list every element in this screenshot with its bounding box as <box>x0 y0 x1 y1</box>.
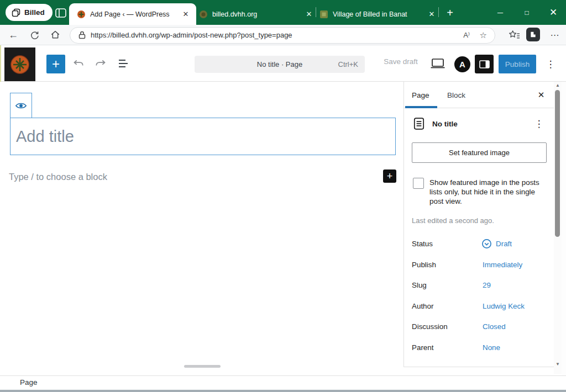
site-icon-button[interactable] <box>4 47 35 81</box>
window-maximize-button[interactable]: □ <box>515 0 538 25</box>
title-placeholder: Add title <box>16 128 74 146</box>
tab-title: billed.dvhh.org <box>212 10 300 18</box>
tab-title: Add Page ‹ — WordPress <box>90 10 176 18</box>
workspace-name: Billed <box>24 8 45 17</box>
page-actions-icon[interactable]: ⋮ <box>532 117 546 130</box>
home-button[interactable] <box>46 25 64 45</box>
tab-actions-icon[interactable] <box>55 7 67 19</box>
field-label: Publish <box>412 261 436 269</box>
scrollbar-thumb[interactable] <box>555 90 560 237</box>
tab-billed-site[interactable]: billed.dvhh.org ✕ <box>199 3 314 25</box>
add-block-button[interactable]: + <box>383 169 396 183</box>
scrollbar-down-arrow[interactable]: ▼ <box>555 362 560 367</box>
field-row-status: Status Draft <box>412 239 550 250</box>
browser-menu-icon[interactable]: ⋯ <box>547 27 563 43</box>
undo-icon[interactable] <box>72 57 85 70</box>
resize-drag-handle[interactable] <box>184 365 221 368</box>
featured-image-checkbox-label: Show featured image in the posts lists o… <box>429 178 549 206</box>
extension-icon[interactable] <box>526 28 540 41</box>
page-title-block[interactable]: Add title <box>10 118 396 155</box>
command-center-button[interactable]: No title · Page Ctrl+K <box>195 56 365 73</box>
settings-panel-toggle[interactable] <box>475 55 494 73</box>
back-button[interactable]: ← <box>4 25 22 45</box>
url-field[interactable]: https://billed.dvhh.org/wp-admin/post-ne… <box>70 27 495 44</box>
tab-village-of-billed[interactable]: Village of Billed in Banat ✕ <box>319 3 437 25</box>
site-logo <box>9 54 31 76</box>
editor-footer <box>0 375 566 390</box>
last-edited-text: Last edited a second ago. <box>412 216 494 225</box>
new-tab-button[interactable]: + <box>442 5 458 20</box>
page-summary-title: No title <box>432 120 458 128</box>
tab-close-icon[interactable]: ✕ <box>304 10 314 18</box>
village-site-favicon <box>319 10 328 19</box>
window-close-button[interactable]: ✕ <box>542 0 565 25</box>
tab-block-settings[interactable]: Block <box>447 82 465 108</box>
redo-icon[interactable] <box>94 57 107 70</box>
eye-icon <box>15 102 27 110</box>
field-label: Status <box>412 240 433 248</box>
draft-status-icon[interactable] <box>481 239 492 249</box>
billed-site-favicon <box>199 10 208 19</box>
field-row-slug: Slug 29 <box>412 280 550 291</box>
page-summary-icon <box>413 117 425 130</box>
field-value[interactable]: Closed <box>483 322 506 331</box>
featured-image-checkbox[interactable] <box>413 178 424 189</box>
field-label: Discussion <box>412 322 448 331</box>
preview-icon[interactable] <box>431 57 445 70</box>
field-label: Author <box>412 302 433 310</box>
window-right-gutter <box>562 82 566 375</box>
plugin-a-icon[interactable]: A <box>454 56 470 72</box>
command-shortcut-label: Ctrl+K <box>338 60 358 68</box>
block-inserter-button[interactable]: + <box>46 55 65 73</box>
field-value[interactable]: Ludwig Keck <box>483 302 525 310</box>
browser-window: Billed Add Page ‹ — WordPress ✕ billed.d… <box>0 0 566 392</box>
field-value[interactable]: Draft <box>496 240 512 248</box>
editor-options-icon[interactable]: ⋮ <box>544 56 557 72</box>
url-text[interactable]: https://billed.dvhh.org/wp-admin/post-ne… <box>91 31 463 39</box>
field-label: Parent <box>412 343 433 352</box>
field-row-publish: Publish Immediately <box>412 259 550 271</box>
field-row-discussion: Discussion Closed <box>412 321 550 332</box>
settings-sidebar: Page Block ✕ No title ⋮ Set featured ima… <box>403 82 562 367</box>
save-draft-button[interactable]: Save draft <box>380 57 421 66</box>
window-bottom-edge <box>0 390 566 392</box>
set-featured-image-button[interactable]: Set featured image <box>412 142 547 163</box>
field-value[interactable]: None <box>483 343 500 352</box>
tab-title: Village of Billed in Banat <box>333 10 422 18</box>
sidebar-close-icon[interactable]: ✕ <box>533 87 549 103</box>
field-row-author: Author Ludwig Keck <box>412 301 550 312</box>
tab-wordpress-editor[interactable]: Add Page ‹ — WordPress ✕ <box>69 3 196 25</box>
block-placeholder[interactable]: Type / to choose a block <box>9 172 107 182</box>
workspace-stack-icon <box>12 8 20 17</box>
tab-separator <box>316 7 316 17</box>
tab-close-icon[interactable]: ✕ <box>427 10 437 18</box>
favorite-star-icon[interactable]: ☆ <box>480 30 487 40</box>
read-aloud-icon[interactable]: A) <box>463 31 469 39</box>
publish-button[interactable]: Publish <box>499 55 536 73</box>
editor-canvas[interactable]: Add title Type / to choose a block + <box>0 82 403 375</box>
active-tab-underline <box>405 106 437 108</box>
block-visibility-eye-button[interactable] <box>10 93 32 118</box>
field-row-parent: Parent None <box>412 342 550 353</box>
field-value[interactable]: 29 <box>483 281 491 289</box>
field-value[interactable]: Immediately <box>483 261 522 269</box>
tab-close-icon[interactable]: ✕ <box>181 10 191 18</box>
document-title-label: No title · Page <box>257 60 302 68</box>
tab-strip: Billed Add Page ‹ — WordPress ✕ billed.d… <box>0 0 566 25</box>
document-overview-icon[interactable] <box>117 58 129 69</box>
workspace-pill[interactable]: Billed <box>6 4 53 21</box>
favorites-collections-icon[interactable] <box>506 27 522 43</box>
tab-page-settings[interactable]: Page <box>412 82 429 108</box>
scrollbar-up-arrow[interactable]: ▲ <box>555 83 560 88</box>
lock-icon <box>78 31 86 39</box>
breadcrumb[interactable]: Page <box>20 378 38 386</box>
refresh-button[interactable] <box>25 25 43 45</box>
wordpress-site-favicon <box>77 10 86 19</box>
tab-separator <box>438 7 439 17</box>
window-minimize-button[interactable]: ─ <box>489 0 512 25</box>
field-label: Slug <box>412 281 427 289</box>
